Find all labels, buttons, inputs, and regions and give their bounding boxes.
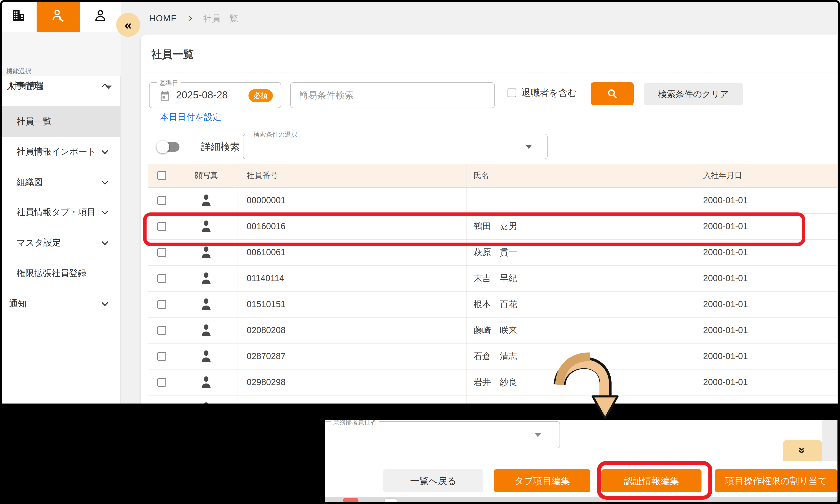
avatar-icon xyxy=(198,348,214,365)
table-row[interactable] xyxy=(148,395,838,403)
chevron-down-icon xyxy=(102,208,108,214)
toggle-thumb[interactable] xyxy=(156,141,169,154)
chevron-down-icon xyxy=(535,433,541,437)
hire-date: 2000-01-01 xyxy=(697,343,838,369)
table-header-row: 顔写真 社員番号 氏名 入社年月日 xyxy=(148,164,838,187)
table-row[interactable]: 01510151 根本 百花 2000-01-01 xyxy=(148,291,838,318)
auth-info-edit-button[interactable]: 認証情報編集 xyxy=(601,469,701,492)
row-checkbox[interactable] xyxy=(157,196,166,205)
sidebar-item-master-settings[interactable]: マスタ設定 xyxy=(0,228,121,258)
double-chevron-left-icon: « xyxy=(124,17,132,32)
chevron-down-icon xyxy=(102,178,108,184)
function-selector[interactable]: 機能選択 人事管理 xyxy=(0,32,121,76)
employee-name: 岩井 紗良 xyxy=(467,370,697,395)
chevron-down-icon xyxy=(102,299,108,306)
set-today-link[interactable]: 本日日付を設定 xyxy=(160,111,221,123)
base-date-field[interactable]: 基準日 2025-08-28 必須 xyxy=(149,82,281,108)
employee-number: 02870287 xyxy=(238,343,467,369)
page-title: 社員一覧 xyxy=(152,47,194,61)
row-checkbox[interactable] xyxy=(157,378,166,387)
include-retired-checkbox[interactable] xyxy=(508,89,516,97)
tab-item-edit-button[interactable]: タブ項目編集 xyxy=(494,469,590,492)
row-checkbox[interactable] xyxy=(157,248,166,257)
chevron-down-icon xyxy=(102,147,108,154)
search-button[interactable] xyxy=(591,82,634,105)
hire-date: 2000-01-01 xyxy=(697,266,838,291)
breadcrumb-home-link[interactable]: HOME xyxy=(149,14,177,23)
table-row[interactable]: 00610061 萩原 貫一 2000-01-01 xyxy=(148,239,838,266)
sidebar-collapse-button[interactable]: « xyxy=(116,13,140,37)
employee-number: 00610061 xyxy=(238,239,467,265)
person-icon xyxy=(93,8,107,24)
tab-hr-management-active[interactable] xyxy=(37,0,80,32)
avatar-icon xyxy=(198,244,214,261)
include-retired-label: 退職者を含む xyxy=(521,87,577,99)
sidebar-item-notifications[interactable]: 通知 xyxy=(0,288,121,319)
field-permission-assign-button[interactable]: 項目操作権限の割り当て xyxy=(715,469,838,492)
employee-number: 02980298 xyxy=(238,370,467,395)
select-all-checkbox[interactable] xyxy=(157,171,166,180)
building-icon xyxy=(11,8,25,24)
row-checkbox[interactable] xyxy=(157,222,166,231)
quick-search-input[interactable] xyxy=(290,82,495,108)
table-row[interactable]: 01140114 末吉 早紀 2000-01-01 xyxy=(148,266,838,291)
header-photo: 顔写真 xyxy=(194,170,218,181)
module-tabs xyxy=(0,0,121,32)
employee-number: 01140114 xyxy=(238,266,467,291)
row-checkbox[interactable] xyxy=(157,274,166,283)
hire-date: 2000-01-01 xyxy=(697,370,838,395)
sidebar-item-employee-info[interactable]: 社員情報 xyxy=(0,70,121,101)
dept-manager-select[interactable]: 業務部署責任者 xyxy=(325,421,560,448)
sidebar-item-employee-tabs-fields[interactable]: 社員情報タブ・項目 xyxy=(0,197,121,228)
base-date-value[interactable]: 2025-08-28 xyxy=(176,89,228,101)
include-retired-option: 退職者を含む xyxy=(508,87,577,99)
chevron-down-icon xyxy=(102,238,108,245)
row-checkbox[interactable] xyxy=(157,326,166,335)
person-search-icon xyxy=(51,8,66,24)
divider xyxy=(141,72,838,72)
sidebar-item-employee-list[interactable]: 社員一覧 xyxy=(0,106,121,137)
employee-name: 末吉 早紀 xyxy=(467,266,697,291)
hire-date: 2000-01-01 xyxy=(697,239,838,265)
sidebar: 機能選択 人事管理 社員情報 社員一覧 社員情報インポート 組織図 社員情報タブ… xyxy=(0,0,121,403)
chevron-down-icon xyxy=(525,145,532,149)
table-row[interactable]: 00000001 2000-01-01 xyxy=(148,187,838,214)
bottom-detail-panel: 業務部署責任者 » 一覧へ戻る タブ項目編集 認証情報編集 項目操作権限の割り当… xyxy=(325,420,838,502)
employee-number xyxy=(238,395,467,403)
tab-company[interactable] xyxy=(0,0,37,32)
calendar-icon[interactable] xyxy=(159,90,171,103)
row-checkbox[interactable] xyxy=(157,352,166,361)
scrollbar-track[interactable] xyxy=(822,420,838,461)
scroll-to-bottom-button[interactable]: » xyxy=(783,440,822,461)
table-row[interactable]: 02080208 藤崎 咲来 2000-01-01 xyxy=(148,318,838,343)
employee-name: 石倉 清志 xyxy=(467,343,697,369)
app-window: 機能選択 人事管理 社員情報 社員一覧 社員情報インポート 組織図 社員情報タブ… xyxy=(0,0,840,403)
hire-date xyxy=(697,395,838,403)
clear-search-button[interactable]: 検索条件のクリア xyxy=(644,83,743,105)
avatar-icon xyxy=(198,192,214,209)
table-row[interactable]: 02980298 岩井 紗良 2000-01-01 xyxy=(148,370,838,395)
sidebar-item-org-chart[interactable]: 組織図 xyxy=(0,167,121,198)
divider xyxy=(325,461,822,461)
chevron-up-icon xyxy=(102,83,108,90)
employee-name: 萩原 貫一 xyxy=(467,239,697,265)
back-to-list-button[interactable]: 一覧へ戻る xyxy=(383,469,484,492)
cropped-toolbar-strip xyxy=(325,497,838,502)
advanced-search-toggle-row: 詳細検索 xyxy=(158,140,232,154)
hire-date: 2000-01-01 xyxy=(697,187,838,213)
advanced-search-label: 詳細検索 xyxy=(201,141,240,154)
cropped-red-element xyxy=(343,498,358,502)
tab-profile[interactable] xyxy=(80,0,121,32)
row-checkbox[interactable] xyxy=(157,300,166,309)
sidebar-item-extended-permission-registration[interactable]: 権限拡張社員登録 xyxy=(0,258,121,289)
sidebar-item-employee-import[interactable]: 社員情報インポート xyxy=(0,136,121,167)
avatar-icon xyxy=(198,270,214,287)
double-chevron-down-icon: » xyxy=(797,447,808,454)
header-name: 氏名 xyxy=(473,170,489,181)
search-condition-select[interactable]: 検索条件の選択 xyxy=(243,134,547,159)
table-row-highlighted[interactable]: 00160016 鶴田 嘉男 2000-01-01 xyxy=(148,214,838,239)
employee-table: 顔写真 社員番号 氏名 入社年月日 00000001 2000-01-01 0 xyxy=(148,164,838,403)
table-row[interactable]: 02870287 石倉 清志 2000-01-01 xyxy=(148,343,838,370)
breadcrumb: HOME > 社員一覧 xyxy=(149,10,238,27)
avatar-icon xyxy=(198,400,214,404)
